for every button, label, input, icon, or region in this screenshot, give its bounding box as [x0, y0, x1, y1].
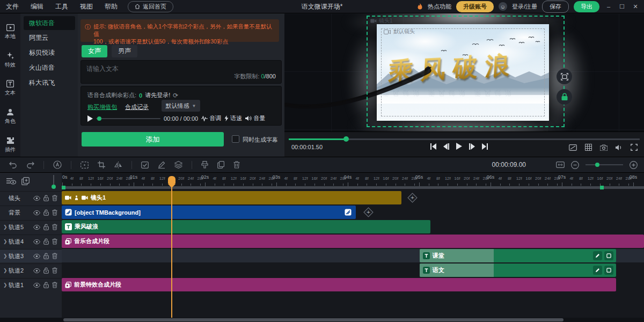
trash-icon[interactable] [52, 209, 57, 216]
voice-engine-iflytek[interactable]: 科大讯飞 [24, 76, 75, 90]
login-register-button[interactable]: 登录/注册 [512, 3, 537, 11]
clip-前景特效合成片段[interactable]: 前景特效合成片段 [62, 278, 616, 291]
upgrade-account-button[interactable]: 升级账号 [456, 1, 494, 12]
clip-frame-button[interactable] [604, 251, 613, 260]
track-header-镜头[interactable]: 镜头 [0, 191, 62, 204]
lock-button[interactable] [557, 89, 572, 105]
track-header-轨道3[interactable]: ❯轨道3 [0, 249, 62, 262]
trash-icon[interactable] [52, 238, 57, 245]
layers-button[interactable] [174, 161, 182, 169]
clip-animate-button[interactable] [593, 266, 602, 275]
expand-chevron-icon[interactable]: ❯ [3, 282, 9, 288]
sidebar-item-effects[interactable]: 特效 [0, 52, 20, 69]
lock-open-icon[interactable] [43, 282, 49, 288]
clip-乘风破浪[interactable]: 乘风破浪 [62, 220, 430, 233]
eye-icon[interactable] [33, 253, 40, 259]
zoom-out-icon[interactable] [571, 161, 579, 169]
next-frame-button[interactable] [469, 143, 475, 150]
window-minimize-button[interactable]: – [604, 3, 613, 10]
voice-engine-aliyun[interactable]: 阿里云 [24, 31, 75, 45]
lock-open-icon[interactable] [43, 267, 49, 274]
eye-icon[interactable] [33, 282, 40, 288]
add-track-icon[interactable] [21, 177, 30, 185]
skip-end-button[interactable] [482, 143, 488, 150]
trash-icon[interactable] [52, 195, 57, 201]
window-maximize-button[interactable]: ☐ [618, 3, 626, 10]
playhead-line[interactable] [171, 186, 172, 318]
sidebar-item-text[interactable]: 文本 [0, 80, 20, 97]
mirror-screen-icon[interactable] [569, 144, 577, 151]
clip-语文[interactable]: 语文 [420, 264, 616, 277]
scrollbar-thumb[interactable] [63, 318, 564, 321]
generate-subtitle-checkbox[interactable] [232, 135, 239, 143]
menu-edit[interactable]: 编辑 [25, 2, 49, 11]
progress-knob[interactable] [343, 136, 349, 142]
user-avatar-icon[interactable]: ☺ [499, 2, 507, 11]
crop-button[interactable] [98, 161, 105, 169]
edit-pen-button[interactable] [158, 161, 165, 169]
track-list-icon[interactable] [6, 178, 16, 185]
trash-icon[interactable] [52, 224, 57, 230]
redo-button[interactable] [26, 162, 34, 169]
expand-chevron-icon[interactable]: ❯ [3, 253, 9, 259]
hot-features-button[interactable]: 热点功能 [428, 3, 451, 11]
back-home-button[interactable]: 返回首页 [128, 1, 173, 12]
preview-progress-bar[interactable] [289, 138, 640, 140]
work-area-marker[interactable] [600, 186, 604, 189]
save-button[interactable]: 保存 [542, 1, 569, 13]
lock-open-icon[interactable] [43, 195, 49, 201]
undo-button[interactable] [9, 162, 17, 169]
fit-frame-button[interactable] [557, 69, 572, 84]
snapshot-icon[interactable] [600, 144, 608, 151]
lock-open-icon[interactable] [43, 224, 49, 230]
track-header-轨道4[interactable]: ❯轨道4 [0, 235, 62, 248]
lock-open-icon[interactable] [43, 253, 49, 259]
prev-frame-button[interactable] [443, 143, 449, 150]
eye-icon[interactable] [33, 195, 40, 201]
tts-text-input[interactable]: 请输入文本 字数限制: 0/800 [80, 60, 282, 84]
voice-engine-biaobei[interactable]: 标贝悦读 [24, 46, 75, 60]
format-brush-button[interactable] [201, 161, 208, 169]
horizontal-scrollbar[interactable] [0, 318, 644, 322]
copy-button[interactable] [217, 161, 224, 169]
menu-file[interactable]: 文件 [0, 2, 25, 11]
clip-课堂[interactable]: 课堂 [420, 249, 616, 262]
track-header-轨道2[interactable]: ❯轨道2 [0, 264, 62, 277]
tab-female-voice[interactable]: 女声 [82, 45, 107, 57]
trash-icon[interactable] [52, 282, 57, 288]
emotion-select[interactable]: 默认情感 ▼ [162, 100, 200, 112]
track-height-knob[interactable] [52, 185, 56, 189]
audio-progress-slider[interactable] [96, 118, 160, 119]
tab-male-voice[interactable]: 男声 [112, 45, 137, 57]
mute-icon[interactable] [616, 144, 623, 151]
trash-icon[interactable] [52, 253, 57, 259]
synthesis-history-link[interactable]: 合成记录 [125, 103, 149, 111]
zoom-in-icon[interactable] [630, 161, 638, 169]
play-icon[interactable] [87, 115, 93, 122]
fit-timeline-icon[interactable] [556, 162, 565, 168]
clip-镜头1[interactable]: 镜头1 [62, 191, 401, 204]
adjust-button[interactable] [141, 162, 149, 169]
lock-open-icon[interactable] [43, 209, 49, 216]
buy-credits-link[interactable]: 购买增值包 [87, 103, 117, 111]
refresh-icon[interactable]: ⟳ [173, 92, 178, 99]
work-area-marker[interactable] [62, 186, 65, 189]
timeline-zoom-slider[interactable] [586, 164, 623, 165]
skip-start-button[interactable] [430, 143, 436, 150]
delete-button[interactable] [233, 161, 240, 169]
export-button[interactable]: 导出 [574, 1, 599, 12]
lock-open-icon[interactable] [43, 238, 49, 245]
fullscreen-icon[interactable] [631, 144, 638, 151]
add-button[interactable]: 添加 [82, 132, 224, 147]
clip-音乐合成片段[interactable]: 音乐合成片段 [62, 235, 644, 248]
expand-chevron-icon[interactable]: ❯ [3, 224, 9, 230]
trash-icon[interactable] [52, 267, 57, 274]
pitch-control[interactable]: 音调 [201, 114, 221, 122]
eye-icon[interactable] [33, 209, 40, 216]
clip-animate-button[interactable] [593, 251, 602, 260]
window-close-button[interactable]: ✕ [631, 3, 640, 10]
eye-icon[interactable] [33, 267, 40, 274]
clip-[object TMBackground][interactable]: [object TMBackground] [62, 206, 356, 219]
selection-border[interactable] [367, 16, 565, 127]
voice-engine-volcano[interactable]: 火山语音 [24, 61, 75, 75]
